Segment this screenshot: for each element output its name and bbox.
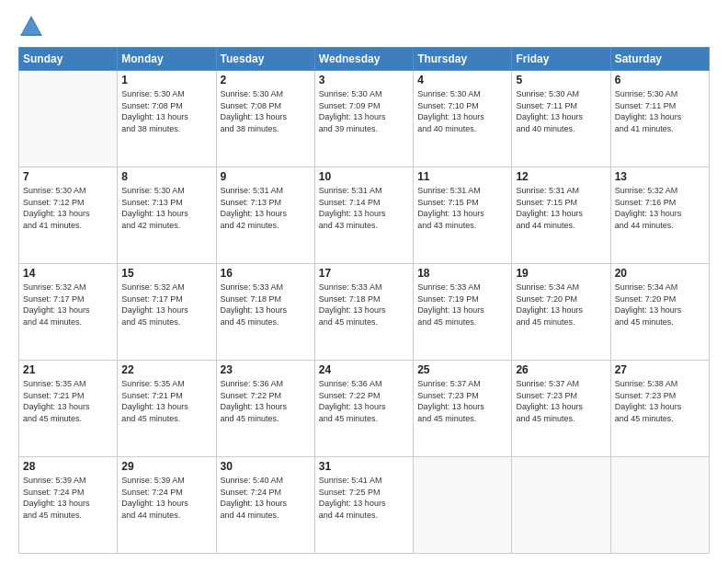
calendar-week-row-4: 28Sunrise: 5:39 AM Sunset: 7:24 PM Dayli… bbox=[19, 457, 710, 554]
day-number: 8 bbox=[121, 170, 211, 183]
calendar-table: SundayMondayTuesdayWednesdayThursdayFrid… bbox=[18, 47, 710, 554]
calendar-cell: 13Sunrise: 5:32 AM Sunset: 7:16 PM Dayli… bbox=[610, 167, 709, 264]
calendar-cell: 2Sunrise: 5:30 AM Sunset: 7:08 PM Daylig… bbox=[216, 71, 314, 167]
calendar-header-tuesday: Tuesday bbox=[216, 48, 314, 71]
day-info: Sunrise: 5:33 AM Sunset: 7:18 PM Dayligh… bbox=[319, 282, 409, 327]
day-info: Sunrise: 5:31 AM Sunset: 7:14 PM Dayligh… bbox=[319, 185, 409, 231]
day-info: Sunrise: 5:35 AM Sunset: 7:21 PM Dayligh… bbox=[121, 378, 211, 424]
day-info: Sunrise: 5:37 AM Sunset: 7:23 PM Dayligh… bbox=[417, 378, 507, 424]
day-number: 2 bbox=[221, 74, 311, 86]
calendar-cell: 21Sunrise: 5:35 AM Sunset: 7:21 PM Dayli… bbox=[19, 361, 118, 457]
calendar-cell: 25Sunrise: 5:37 AM Sunset: 7:23 PM Dayli… bbox=[414, 361, 512, 457]
day-info: Sunrise: 5:31 AM Sunset: 7:15 PM Dayligh… bbox=[417, 185, 507, 231]
calendar-cell: 11Sunrise: 5:31 AM Sunset: 7:15 PM Dayli… bbox=[414, 167, 512, 264]
day-number: 15 bbox=[121, 267, 211, 280]
calendar-cell: 6Sunrise: 5:30 AM Sunset: 7:11 PM Daylig… bbox=[610, 71, 709, 167]
day-info: Sunrise: 5:30 AM Sunset: 7:12 PM Dayligh… bbox=[23, 185, 113, 231]
day-info: Sunrise: 5:36 AM Sunset: 7:22 PM Dayligh… bbox=[319, 378, 409, 424]
calendar-cell: 3Sunrise: 5:30 AM Sunset: 7:09 PM Daylig… bbox=[314, 71, 413, 167]
calendar-cell bbox=[19, 71, 118, 167]
day-info: Sunrise: 5:40 AM Sunset: 7:24 PM Dayligh… bbox=[221, 475, 311, 521]
day-info: Sunrise: 5:31 AM Sunset: 7:13 PM Dayligh… bbox=[221, 185, 311, 231]
day-info: Sunrise: 5:39 AM Sunset: 7:24 PM Dayligh… bbox=[23, 475, 113, 521]
day-number: 30 bbox=[221, 460, 311, 473]
day-number: 28 bbox=[23, 460, 113, 473]
day-number: 26 bbox=[516, 363, 606, 376]
day-number: 20 bbox=[615, 267, 705, 280]
day-number: 1 bbox=[121, 74, 211, 86]
calendar-cell: 20Sunrise: 5:34 AM Sunset: 7:20 PM Dayli… bbox=[610, 264, 709, 361]
calendar-cell: 31Sunrise: 5:41 AM Sunset: 7:25 PM Dayli… bbox=[314, 457, 413, 554]
calendar-cell: 1Sunrise: 5:30 AM Sunset: 7:08 PM Daylig… bbox=[118, 71, 216, 167]
logo-icon bbox=[18, 14, 44, 40]
day-info: Sunrise: 5:41 AM Sunset: 7:25 PM Dayligh… bbox=[319, 475, 409, 521]
calendar-cell: 12Sunrise: 5:31 AM Sunset: 7:15 PM Dayli… bbox=[512, 167, 610, 264]
day-info: Sunrise: 5:33 AM Sunset: 7:19 PM Dayligh… bbox=[417, 282, 507, 327]
day-number: 29 bbox=[121, 460, 211, 473]
calendar-header-saturday: Saturday bbox=[610, 48, 709, 71]
logo bbox=[18, 14, 48, 40]
day-number: 24 bbox=[319, 363, 409, 376]
day-number: 19 bbox=[516, 267, 606, 280]
calendar-cell: 27Sunrise: 5:38 AM Sunset: 7:23 PM Dayli… bbox=[610, 361, 709, 457]
calendar-header-wednesday: Wednesday bbox=[314, 48, 413, 71]
calendar-cell: 30Sunrise: 5:40 AM Sunset: 7:24 PM Dayli… bbox=[216, 457, 314, 554]
calendar-cell: 9Sunrise: 5:31 AM Sunset: 7:13 PM Daylig… bbox=[216, 167, 314, 264]
day-info: Sunrise: 5:35 AM Sunset: 7:21 PM Dayligh… bbox=[23, 378, 113, 424]
calendar-cell: 18Sunrise: 5:33 AM Sunset: 7:19 PM Dayli… bbox=[414, 264, 512, 361]
calendar-cell: 28Sunrise: 5:39 AM Sunset: 7:24 PM Dayli… bbox=[19, 457, 118, 554]
day-number: 31 bbox=[319, 460, 409, 473]
day-number: 12 bbox=[516, 170, 606, 183]
day-info: Sunrise: 5:32 AM Sunset: 7:17 PM Dayligh… bbox=[23, 282, 113, 327]
day-number: 21 bbox=[23, 363, 113, 376]
day-number: 18 bbox=[417, 267, 507, 280]
day-info: Sunrise: 5:30 AM Sunset: 7:13 PM Dayligh… bbox=[121, 185, 211, 231]
calendar-week-row-3: 21Sunrise: 5:35 AM Sunset: 7:21 PM Dayli… bbox=[19, 361, 710, 457]
day-info: Sunrise: 5:34 AM Sunset: 7:20 PM Dayligh… bbox=[516, 282, 606, 327]
calendar-cell: 16Sunrise: 5:33 AM Sunset: 7:18 PM Dayli… bbox=[216, 264, 314, 361]
day-number: 14 bbox=[23, 267, 113, 280]
day-number: 27 bbox=[615, 363, 705, 376]
day-info: Sunrise: 5:30 AM Sunset: 7:11 PM Dayligh… bbox=[516, 88, 606, 134]
calendar-cell: 4Sunrise: 5:30 AM Sunset: 7:10 PM Daylig… bbox=[414, 71, 512, 167]
page: SundayMondayTuesdayWednesdayThursdayFrid… bbox=[0, 0, 728, 563]
day-info: Sunrise: 5:31 AM Sunset: 7:15 PM Dayligh… bbox=[516, 185, 606, 231]
day-number: 23 bbox=[221, 363, 311, 376]
day-info: Sunrise: 5:30 AM Sunset: 7:10 PM Dayligh… bbox=[417, 88, 507, 134]
day-number: 9 bbox=[221, 170, 311, 183]
calendar-cell: 7Sunrise: 5:30 AM Sunset: 7:12 PM Daylig… bbox=[19, 167, 118, 264]
day-info: Sunrise: 5:36 AM Sunset: 7:22 PM Dayligh… bbox=[221, 378, 311, 424]
calendar-week-row-2: 14Sunrise: 5:32 AM Sunset: 7:17 PM Dayli… bbox=[19, 264, 710, 361]
calendar-cell: 10Sunrise: 5:31 AM Sunset: 7:14 PM Dayli… bbox=[314, 167, 413, 264]
day-number: 17 bbox=[319, 267, 409, 280]
calendar-cell bbox=[512, 457, 610, 554]
calendar-cell: 23Sunrise: 5:36 AM Sunset: 7:22 PM Dayli… bbox=[216, 361, 314, 457]
calendar-cell: 14Sunrise: 5:32 AM Sunset: 7:17 PM Dayli… bbox=[19, 264, 118, 361]
calendar-cell: 29Sunrise: 5:39 AM Sunset: 7:24 PM Dayli… bbox=[118, 457, 216, 554]
day-number: 11 bbox=[417, 170, 507, 183]
calendar-cell: 24Sunrise: 5:36 AM Sunset: 7:22 PM Dayli… bbox=[314, 361, 413, 457]
calendar-cell: 22Sunrise: 5:35 AM Sunset: 7:21 PM Dayli… bbox=[118, 361, 216, 457]
calendar-cell: 5Sunrise: 5:30 AM Sunset: 7:11 PM Daylig… bbox=[512, 71, 610, 167]
day-number: 25 bbox=[417, 363, 507, 376]
calendar-header-friday: Friday bbox=[512, 48, 610, 71]
day-number: 22 bbox=[121, 363, 211, 376]
calendar-cell: 17Sunrise: 5:33 AM Sunset: 7:18 PM Dayli… bbox=[314, 264, 413, 361]
calendar-cell: 8Sunrise: 5:30 AM Sunset: 7:13 PM Daylig… bbox=[118, 167, 216, 264]
header bbox=[18, 14, 710, 40]
day-number: 3 bbox=[319, 74, 409, 86]
day-info: Sunrise: 5:30 AM Sunset: 7:08 PM Dayligh… bbox=[121, 88, 211, 134]
day-info: Sunrise: 5:33 AM Sunset: 7:18 PM Dayligh… bbox=[221, 282, 311, 327]
day-number: 13 bbox=[615, 170, 705, 183]
calendar-cell bbox=[414, 457, 512, 554]
calendar-cell: 15Sunrise: 5:32 AM Sunset: 7:17 PM Dayli… bbox=[118, 264, 216, 361]
day-info: Sunrise: 5:32 AM Sunset: 7:17 PM Dayligh… bbox=[121, 282, 211, 327]
day-info: Sunrise: 5:32 AM Sunset: 7:16 PM Dayligh… bbox=[615, 185, 705, 231]
day-info: Sunrise: 5:30 AM Sunset: 7:11 PM Dayligh… bbox=[615, 88, 705, 134]
day-info: Sunrise: 5:39 AM Sunset: 7:24 PM Dayligh… bbox=[121, 475, 211, 521]
calendar-cell: 26Sunrise: 5:37 AM Sunset: 7:23 PM Dayli… bbox=[512, 361, 610, 457]
day-number: 6 bbox=[615, 74, 705, 86]
day-number: 4 bbox=[417, 74, 507, 86]
day-number: 5 bbox=[516, 74, 606, 86]
day-info: Sunrise: 5:30 AM Sunset: 7:09 PM Dayligh… bbox=[319, 88, 409, 134]
